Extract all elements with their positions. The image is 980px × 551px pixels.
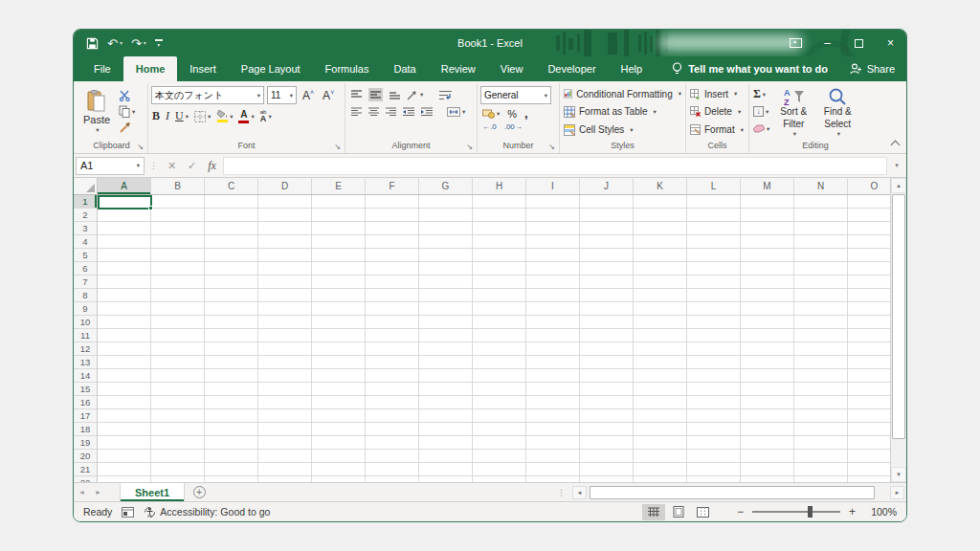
column-header-c[interactable]: C xyxy=(205,178,258,194)
middle-align-button[interactable] xyxy=(368,88,383,101)
tab-file[interactable]: File xyxy=(81,56,123,81)
new-sheet-button[interactable]: + xyxy=(185,483,213,501)
column-header-b[interactable]: B xyxy=(151,178,205,194)
fill-handle[interactable] xyxy=(148,206,153,210)
insert-cells-button[interactable]: Insert▾ xyxy=(690,85,745,102)
vertical-scrollbar-track[interactable] xyxy=(891,440,906,467)
row-header-1[interactable]: 1 xyxy=(74,195,97,209)
comma-style-button[interactable]: , xyxy=(524,106,528,121)
macro-record-icon[interactable] xyxy=(122,507,134,518)
vertical-scrollbar-thumb[interactable] xyxy=(892,194,905,439)
align-left-button[interactable] xyxy=(351,107,362,117)
row-header-5[interactable]: 5 xyxy=(74,249,97,262)
orientation-button[interactable]: ▾ xyxy=(407,90,423,100)
cancel-button[interactable]: ✕ xyxy=(163,157,181,175)
customize-quick-access-toolbar-button[interactable]: ▾ xyxy=(155,39,163,48)
column-header-a[interactable]: A xyxy=(98,178,151,194)
zoom-out-button[interactable]: − xyxy=(737,505,744,518)
row-header-4[interactable]: 4 xyxy=(74,235,97,249)
sort-and-filter-button[interactable]: A Z Sort & Filter▾ xyxy=(771,84,815,140)
insert-function-button[interactable]: fx xyxy=(203,157,221,175)
decrease-decimal-button[interactable]: .00→ xyxy=(504,122,523,131)
scroll-down-button[interactable]: ▼ xyxy=(891,467,906,482)
enter-button[interactable]: ✓ xyxy=(183,157,201,175)
font-dialog-launcher[interactable]: ↘ xyxy=(334,143,341,151)
zoom-slider[interactable] xyxy=(752,511,840,513)
tab-developer[interactable]: Developer xyxy=(535,56,608,81)
row-header-12[interactable]: 12 xyxy=(74,342,97,356)
tab-page-layout[interactable]: Page Layout xyxy=(229,56,313,81)
number-format-combobox[interactable]: General▾ xyxy=(480,86,551,104)
accounting-number-format-button[interactable]: ▾ xyxy=(482,109,500,119)
sheet-tab-sheet1[interactable]: Sheet1 xyxy=(120,483,185,501)
maximize-button[interactable] xyxy=(843,30,875,56)
undo-button[interactable]: ↶▾ xyxy=(107,37,122,50)
share-button[interactable]: Share xyxy=(850,56,895,81)
number-dialog-launcher[interactable]: ↘ xyxy=(548,143,555,151)
bottom-align-button[interactable] xyxy=(390,90,400,99)
align-right-button[interactable] xyxy=(386,107,396,117)
percent-style-button[interactable]: % xyxy=(507,108,517,120)
row-header-21[interactable]: 21 xyxy=(74,463,97,476)
conditional-formatting-button[interactable]: Conditional Formatting▾ xyxy=(564,85,681,102)
ribbon-display-options-button[interactable] xyxy=(780,30,812,56)
decrease-indent-button[interactable] xyxy=(403,107,414,117)
zoom-level[interactable]: 100% xyxy=(864,506,897,518)
fill-color-button[interactable]: ▾ xyxy=(216,110,233,122)
accessibility-checker[interactable]: Accessibility: Good to go xyxy=(144,506,270,518)
row-header-17[interactable]: 17 xyxy=(74,409,97,423)
column-header-o[interactable]: O xyxy=(848,178,890,194)
alignment-dialog-launcher[interactable]: ↘ xyxy=(466,143,473,151)
collapse-ribbon-button[interactable] xyxy=(891,141,901,150)
tell-me-box[interactable]: Tell me what you want to do xyxy=(672,56,828,81)
row-header-9[interactable]: 9 xyxy=(74,302,97,316)
scroll-right-button[interactable]: ► xyxy=(890,486,904,499)
cell-styles-button[interactable]: Cell Styles▾ xyxy=(564,121,681,139)
clear-button[interactable]: ▾ xyxy=(753,121,769,136)
fill-button[interactable]: ↓▾ xyxy=(753,104,769,119)
scroll-left-button[interactable]: ◄ xyxy=(572,486,587,499)
expand-formula-bar-button[interactable]: ▾ xyxy=(889,162,904,169)
increase-decimal-button[interactable]: ←.0 xyxy=(482,122,497,131)
zoom-in-button[interactable]: + xyxy=(849,505,856,518)
row-header-14[interactable]: 14 xyxy=(74,369,97,383)
active-cell-selection[interactable] xyxy=(98,195,152,209)
normal-view-button[interactable] xyxy=(642,504,665,520)
font-name-combobox[interactable]: 本文のフォント▾ xyxy=(151,86,264,104)
clipboard-dialog-launcher[interactable]: ↘ xyxy=(137,143,144,151)
tab-scroll-splitter[interactable]: ⋮ xyxy=(553,488,569,497)
row-header-7[interactable]: 7 xyxy=(74,276,97,289)
horizontal-scrollbar-thumb[interactable] xyxy=(590,486,875,499)
tab-view[interactable]: View xyxy=(488,56,536,81)
decrease-font-size-button[interactable]: A˅ xyxy=(320,89,337,102)
copy-button[interactable]: ▾ xyxy=(119,104,135,120)
column-header-m[interactable]: M xyxy=(741,178,794,194)
scroll-up-button[interactable]: ▲ xyxy=(891,178,906,193)
increase-font-size-button[interactable]: A˄ xyxy=(300,89,317,102)
phonetic-guide-button[interactable]: abA ▾ xyxy=(260,109,272,123)
tab-data[interactable]: Data xyxy=(381,56,428,81)
row-header-13[interactable]: 13 xyxy=(74,356,97,369)
next-sheet-button[interactable]: ► xyxy=(90,483,106,501)
copy-dropdown-arrow[interactable]: ▾ xyxy=(132,108,135,116)
column-header-j[interactable]: J xyxy=(580,178,634,194)
merge-and-center-button[interactable]: ▾ xyxy=(447,107,465,117)
paste-dropdown-arrow[interactable]: ▾ xyxy=(96,126,99,134)
row-header-2[interactable]: 2 xyxy=(74,209,97,222)
tab-insert[interactable]: Insert xyxy=(177,56,229,81)
row-header-18[interactable]: 18 xyxy=(74,423,97,436)
tab-review[interactable]: Review xyxy=(429,56,488,81)
redo-button[interactable]: ↷▾ xyxy=(131,37,146,50)
row-header-19[interactable]: 19 xyxy=(74,436,97,450)
page-layout-view-button[interactable] xyxy=(667,504,690,520)
row-header-6[interactable]: 6 xyxy=(74,262,97,276)
bold-button[interactable]: B xyxy=(152,109,160,123)
name-box[interactable]: A1▾ xyxy=(76,157,145,175)
vertical-scrollbar[interactable]: ▲ ▼ xyxy=(890,178,906,482)
underline-button[interactable]: U▾ xyxy=(175,109,189,123)
format-painter-button[interactable] xyxy=(119,120,135,135)
font-color-button[interactable]: A ▾ xyxy=(238,110,254,123)
format-cells-button[interactable]: Format▾ xyxy=(690,121,745,139)
format-as-table-button[interactable]: Format as Table▾ xyxy=(564,103,681,121)
row-header-10[interactable]: 10 xyxy=(74,316,97,329)
